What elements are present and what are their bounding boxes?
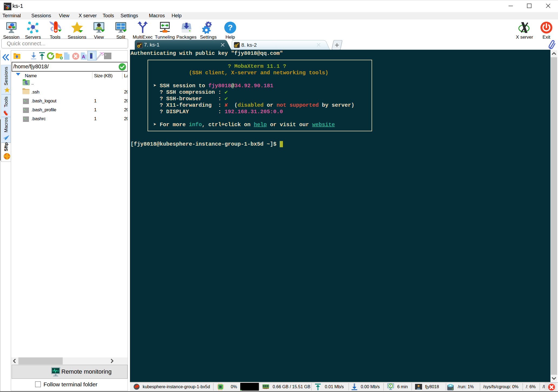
svg-text:A: A [82,54,85,59]
svg-text:?: ? [228,23,233,32]
svg-text:8. ks-2: 8. ks-2 [241,42,257,48]
svg-text:7. ks-1: 7. ks-1 [144,42,159,48]
